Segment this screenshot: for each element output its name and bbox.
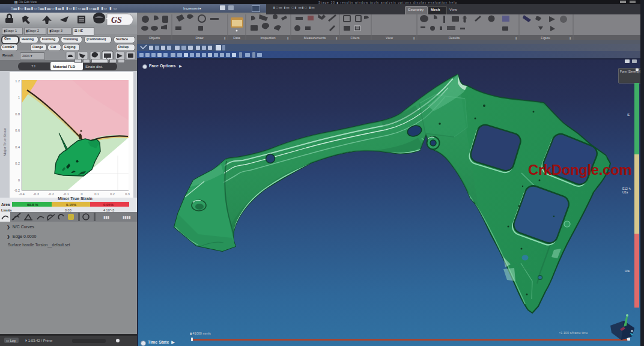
svg-text:Draw: Draw bbox=[196, 36, 204, 40]
svg-text:GS: GS bbox=[111, 16, 122, 25]
svg-text:99.8 %: 99.8 % bbox=[27, 203, 38, 207]
svg-text:4 10^-3: 4 10^-3 bbox=[103, 208, 114, 212]
svg-text:0.03: 0.03 bbox=[65, 208, 71, 212]
svg-text:▮: ▮ bbox=[515, 36, 517, 40]
svg-text:-0.4: -0.4 bbox=[19, 192, 24, 196]
svg-text:▮: ▮ bbox=[336, 36, 338, 40]
svg-text:Area: Area bbox=[1, 202, 10, 207]
svg-text:Measurements: Measurements bbox=[304, 36, 326, 40]
svg-text:Filters: Filters bbox=[351, 36, 360, 40]
svg-text:Minor True Strain: Minor True Strain bbox=[58, 196, 93, 201]
svg-text:View: View bbox=[386, 36, 393, 40]
svg-text:▮: ▮ bbox=[287, 36, 289, 40]
svg-text:▮▮▮▮: ▮▮▮▮ bbox=[123, 216, 130, 219]
svg-text:▮: ▮ bbox=[570, 36, 571, 40]
svg-text:Limits: Limits bbox=[1, 208, 12, 212]
svg-text:Inspection: Inspection bbox=[260, 36, 275, 40]
svg-text:-0.2: -0.2 bbox=[48, 192, 53, 196]
svg-text:▮▮▮: ▮▮▮ bbox=[103, 216, 109, 219]
svg-text:Major True Strain: Major True Strain bbox=[2, 127, 7, 156]
svg-text:0.2: 0.2 bbox=[15, 162, 20, 165]
svg-text:-0.3: -0.3 bbox=[33, 192, 38, 196]
svg-text:0.3: 0.3 bbox=[125, 192, 130, 196]
svg-text:0: 0 bbox=[80, 192, 82, 196]
svg-text:▮: ▮ bbox=[413, 36, 415, 40]
svg-text:Results: Results bbox=[449, 36, 460, 40]
svg-text:0: 0 bbox=[18, 178, 20, 182]
svg-text:0.05%: 0.05% bbox=[103, 203, 114, 207]
svg-text:Figure: Figure bbox=[541, 36, 550, 40]
svg-text:-0.1: -0.1 bbox=[63, 192, 68, 196]
svg-text:1: 1 bbox=[18, 96, 20, 99]
svg-text:0.1: 0.1 bbox=[94, 192, 99, 196]
svg-text:0.8: 0.8 bbox=[15, 112, 20, 116]
svg-text:0.2: 0.2 bbox=[110, 192, 115, 196]
svg-text:0.4: 0.4 bbox=[15, 145, 20, 149]
svg-text:Data: Data bbox=[233, 36, 241, 40]
svg-text:1.2: 1.2 bbox=[15, 79, 20, 83]
svg-text:0.6: 0.6 bbox=[15, 129, 20, 132]
svg-text:0.15%: 0.15% bbox=[66, 203, 77, 207]
svg-text:Objects: Objects bbox=[149, 36, 160, 40]
svg-text:▮: ▮ bbox=[224, 36, 226, 40]
